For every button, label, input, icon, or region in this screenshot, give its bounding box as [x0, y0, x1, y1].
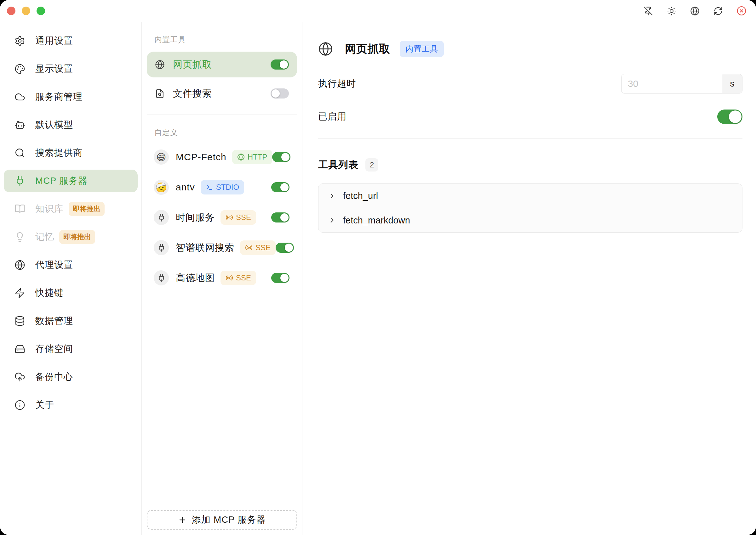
server-item-file-search[interactable]: 文件搜索 — [147, 81, 297, 106]
sidebar-item-label: 关于 — [35, 399, 54, 411]
enabled-toggle[interactable] — [717, 109, 742, 124]
coming-soon-badge: 即将推出 — [69, 202, 105, 216]
close-window-icon[interactable] — [737, 6, 746, 16]
bot-icon — [15, 120, 25, 130]
tool-name: fetch_markdown — [343, 215, 410, 226]
plug-icon — [157, 213, 166, 222]
sidebar-item-about[interactable]: 关于 — [4, 394, 138, 416]
server-name: 网页抓取 — [173, 58, 212, 71]
custom-servers-header: 自定义 — [154, 127, 297, 137]
mcp-fetch-toggle[interactable] — [272, 152, 290, 162]
add-mcp-server-label: 添加 MCP 服务器 — [192, 514, 266, 526]
radio-icon — [245, 244, 253, 251]
sidebar-item-display-settings[interactable]: 显示设置 — [4, 58, 138, 80]
sidebar-item-default-model[interactable]: 默认模型 — [4, 114, 138, 136]
time-service-toggle[interactable] — [271, 212, 289, 222]
globe-icon — [155, 60, 165, 70]
enabled-row: 已启用 — [318, 102, 742, 139]
detail-panel: 网页抓取 内置工具 执行超时 s 已启用 工具列表 2 — [302, 22, 756, 535]
tool-list: fetch_url fetch_markdown — [318, 183, 742, 233]
radio-icon — [226, 214, 233, 221]
sidebar-item-backup-center[interactable]: 备份中心 — [4, 366, 138, 388]
terminal-icon — [206, 183, 213, 191]
server-item-web-scrape[interactable]: 网页抓取 — [147, 52, 297, 77]
tools-header: 工具列表 2 — [318, 158, 742, 172]
plug-avatar — [154, 210, 169, 225]
antv-toggle[interactable] — [271, 182, 289, 192]
server-name: 高德地图 — [176, 271, 215, 285]
detail-header: 网页抓取 内置工具 — [318, 41, 742, 57]
cloud-upload-icon — [15, 372, 25, 382]
globe-icon — [237, 153, 245, 161]
sidebar-item-label: 备份中心 — [35, 371, 73, 383]
sidebar-item-label: 默认模型 — [35, 119, 73, 131]
file-search-icon — [155, 89, 165, 99]
zap-icon — [15, 288, 25, 298]
timeout-input-group: s — [621, 74, 742, 94]
sidebar-item-storage-space[interactable]: 存储空间 — [4, 338, 138, 360]
stdio-type-badge: STDIO — [201, 180, 244, 194]
sidebar-item-data-management[interactable]: 数据管理 — [4, 310, 138, 332]
coming-soon-badge: 即将推出 — [59, 230, 95, 244]
globe-icon — [15, 260, 25, 270]
section-divider — [147, 115, 297, 115]
timeout-unit: s — [722, 74, 742, 93]
sse-type-badge: SSE — [240, 240, 276, 255]
timeout-input[interactable] — [621, 74, 722, 93]
sidebar-item-label: 显示设置 — [35, 63, 73, 75]
close-traffic-light[interactable] — [7, 7, 15, 15]
server-item-mcp-fetch[interactable]: 😄 MCP-Fetch HTTP — [147, 142, 297, 172]
info-icon — [15, 400, 25, 410]
builtin-tools-header: 内置工具 — [154, 35, 297, 45]
sidebar-item-shortcuts[interactable]: 快捷键 — [4, 282, 138, 304]
zhipu-web-search-toggle[interactable] — [276, 243, 294, 253]
sidebar-item-proxy-settings[interactable]: 代理设置 — [4, 254, 138, 276]
tool-name: fetch_url — [343, 191, 378, 201]
palette-icon — [15, 64, 25, 74]
database-icon — [15, 316, 25, 326]
hard-drive-icon — [15, 344, 25, 354]
tools-title: 工具列表 — [318, 158, 358, 172]
radio-icon — [226, 274, 233, 282]
amap-toggle[interactable] — [271, 273, 289, 283]
plug-icon — [157, 243, 166, 252]
globe-icon — [318, 42, 333, 56]
settings-window: 通用设置 显示设置 服务商管理 默认模型 搜索提供商 MCP 服务器 — [0, 0, 756, 535]
lightbulb-icon — [15, 232, 25, 242]
server-item-antv[interactable]: 🤕 antv STDIO — [147, 172, 297, 202]
sidebar-item-mcp-servers[interactable]: MCP 服务器 — [4, 170, 138, 192]
sidebar-item-label: MCP 服务器 — [35, 175, 88, 187]
server-emoji-avatar: 🤕 — [154, 180, 169, 195]
plug-avatar — [154, 240, 169, 255]
sidebar-item-memory[interactable]: 记忆 即将推出 — [4, 226, 138, 248]
server-name: MCP-Fetch — [176, 152, 227, 162]
sidebar: 通用设置 显示设置 服务商管理 默认模型 搜索提供商 MCP 服务器 — [0, 22, 142, 535]
zoom-traffic-light[interactable] — [37, 7, 45, 15]
sidebar-item-label: 搜索提供商 — [35, 147, 82, 159]
refresh-icon[interactable] — [713, 6, 723, 16]
file-search-toggle[interactable] — [271, 88, 289, 99]
pin-off-icon[interactable] — [643, 6, 653, 16]
server-item-amap[interactable]: 高德地图 SSE — [147, 263, 297, 293]
server-item-zhipu-web-search[interactable]: 智谱联网搜索 SSE — [147, 233, 297, 263]
minimize-traffic-light[interactable] — [22, 7, 30, 15]
chevron-right-icon — [328, 192, 336, 200]
server-item-time-service[interactable]: 时间服务 SSE — [147, 202, 297, 233]
theme-sun-icon[interactable] — [667, 6, 677, 16]
sidebar-item-label: 存储空间 — [35, 343, 73, 355]
web-scrape-toggle[interactable] — [271, 60, 289, 70]
book-open-icon — [15, 204, 25, 214]
sidebar-item-knowledge-base[interactable]: 知识库 即将推出 — [4, 198, 138, 220]
server-name: antv — [176, 182, 195, 193]
language-globe-icon[interactable] — [690, 6, 700, 16]
sidebar-item-label: 数据管理 — [35, 315, 73, 327]
tool-row-fetch-markdown[interactable]: fetch_markdown — [318, 208, 742, 232]
sidebar-item-provider-management[interactable]: 服务商管理 — [4, 86, 138, 108]
timeout-row: 执行超时 s — [318, 66, 742, 102]
sidebar-item-label: 通用设置 — [35, 35, 73, 47]
sidebar-item-search-provider[interactable]: 搜索提供商 — [4, 142, 138, 164]
http-type-badge: HTTP — [232, 150, 272, 164]
tool-row-fetch-url[interactable]: fetch_url — [318, 184, 742, 208]
add-mcp-server-button[interactable]: 添加 MCP 服务器 — [147, 510, 297, 530]
sidebar-item-general-settings[interactable]: 通用设置 — [4, 30, 138, 52]
